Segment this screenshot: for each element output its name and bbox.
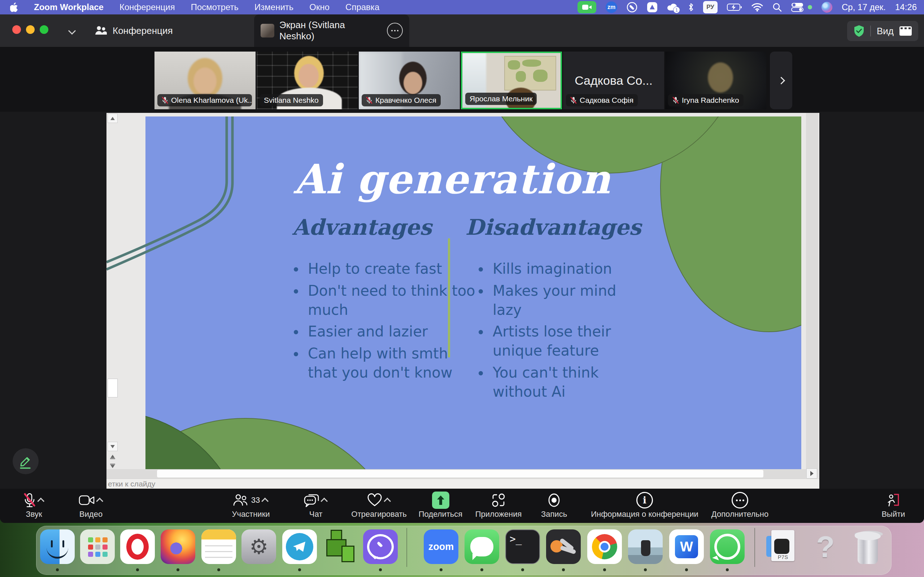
participants-button[interactable]: 33 Участники [215,488,287,523]
tab-options-icon[interactable] [387,23,403,39]
dock-finder-icon[interactable] [40,529,75,564]
dock-opera-icon[interactable] [120,529,155,564]
zoom-status-icon[interactable]: zm [606,2,617,13]
dock-settings-icon[interactable]: ⚙ [241,529,276,564]
dock-notes-icon[interactable] [201,529,236,564]
bluetooth-icon[interactable] [688,2,694,12]
cloud-notification-icon[interactable]: 1 [667,3,678,12]
dock-trash-icon[interactable] [850,529,885,564]
more-ellipsis-icon [732,492,748,508]
participants-options-chevron[interactable] [262,498,269,505]
menu-edit[interactable]: Изменить [254,2,294,12]
chat-button[interactable]: Чат [289,488,343,523]
status-green-dot [808,5,812,10]
battery-icon[interactable] [727,3,742,11]
leave-door-icon [886,493,901,508]
speaker-notes-bar: етки к слайду [107,479,819,488]
list-item: Can help with smth that you don't know [305,344,478,382]
leave-meeting-button[interactable]: Выйти [866,488,921,523]
menu-window[interactable]: Окно [309,2,330,12]
participant-tile-iryna[interactable]: Iryna Radchenko [665,52,766,109]
next-participants-button[interactable] [770,52,792,109]
tab-screen-share[interactable]: Экран (Svitlana Neshko) [254,15,409,47]
view-separator [870,26,871,36]
annotate-button[interactable] [13,448,39,474]
triangle-app-status-icon[interactable] [647,2,657,13]
control-center-icon[interactable] [791,3,803,12]
slide-disadvantages-list: Kills imagination Makes your mind lazy A… [471,259,641,404]
more-button[interactable]: Дополнительно [704,488,776,523]
tab-meeting[interactable]: Конференция [95,15,173,47]
view-controls[interactable]: Вид [847,21,918,41]
menu-meeting[interactable]: Конференция [120,2,175,12]
dock-minecraft-icon[interactable] [322,529,357,564]
siri-icon[interactable] [822,2,832,13]
menu-view[interactable]: Посмотреть [191,2,239,12]
mic-muted-icon [672,97,679,104]
dock-messages-icon[interactable] [465,529,499,564]
share-screen-button[interactable]: Поделиться [414,488,467,523]
tab-list-chevron-icon[interactable] [69,28,75,34]
react-options-chevron[interactable] [384,498,391,505]
input-source-switcher[interactable]: РУ [703,1,717,13]
chat-options-chevron[interactable] [320,498,328,505]
menu-bar-time[interactable]: 14:26 [895,2,917,12]
fullscreen-window-button[interactable] [40,25,48,34]
react-button[interactable]: Отреагировать [345,488,413,523]
wifi-icon[interactable] [751,3,763,11]
participants-icon [95,25,107,36]
screen-recording-indicator-icon[interactable] [577,1,596,13]
running-dot [56,568,59,571]
viber-status-icon[interactable] [627,2,637,13]
dock-separator [754,528,755,567]
menu-help[interactable]: Справка [346,2,380,12]
slide-title: Ai generation [236,155,669,203]
participant-name-badge: Кравченко Олеся [362,94,441,106]
running-dot [521,568,524,571]
dock-p7s-file-icon[interactable]: P7S [765,529,800,564]
minimize-window-button[interactable] [26,25,35,34]
dock-launchpad-icon[interactable] [80,529,115,564]
menu-bar-date[interactable]: Ср, 17 дек. [842,2,886,12]
dock-whatsapp-icon[interactable] [710,529,745,564]
participant-tile-olesya[interactable]: Кравченко Олеся [359,52,460,109]
dock-help-icon[interactable]: ? [808,529,843,564]
video-button[interactable]: Видео [62,488,120,523]
record-button[interactable]: Запись [531,488,577,523]
participant-name-badge: Olena Kharlamova (Uk... [157,94,252,106]
running-dot [176,568,179,571]
audio-button[interactable]: Звук [5,488,63,523]
dock-firefox-icon[interactable] [161,529,195,564]
share-screen-icon [432,492,449,509]
participant-tile-sadkova[interactable]: Садкова Со... Садкова Софія [563,52,664,109]
list-item: Don't need to think too much [305,281,478,319]
close-window-button[interactable] [12,25,21,34]
dock-telegram-icon[interactable] [282,529,317,564]
video-thumbnail-strip: Olena Kharlamova (Uk... Svitlana Neshko … [0,47,924,112]
audio-options-chevron[interactable] [37,498,44,505]
dock-word-icon[interactable]: W [669,529,704,564]
spotlight-search-icon[interactable] [772,3,782,12]
apps-button[interactable]: Приложения [472,488,525,523]
scroll-down-button [108,442,118,451]
zoom-window: Конференция Экран (Svitlana Neshko) Вид [0,15,924,523]
participants-icon [233,494,247,507]
running-dot [562,568,565,571]
apps-icon [492,493,505,507]
dock-terminal-icon[interactable]: >_ [505,529,540,564]
scroll-right-button [806,469,817,479]
dock-zoom-icon[interactable]: zoom [424,529,459,564]
participant-tile-yaroslav-active-speaker[interactable]: Ярослав Мельник [461,52,562,109]
menu-app-name[interactable]: Zoom Workplace [34,2,103,12]
participant-tile-svitlana[interactable]: Svitlana Neshko [257,52,358,109]
meeting-info-button[interactable]: i Информация о конференции [587,488,703,523]
tab-screen-label: Экран (Svitlana Neshko) [279,19,382,42]
video-options-chevron[interactable] [96,498,103,505]
apple-menu-icon[interactable] [10,3,18,12]
dock-keychain-icon[interactable] [546,529,581,564]
dock-photo-app-icon[interactable] [628,529,663,564]
dock-chrome-icon[interactable] [587,529,622,564]
dock-viber-icon[interactable] [363,529,398,564]
remote-horizontal-scrollbar [107,469,806,479]
participant-tile-olena[interactable]: Olena Kharlamova (Uk... [155,52,255,109]
